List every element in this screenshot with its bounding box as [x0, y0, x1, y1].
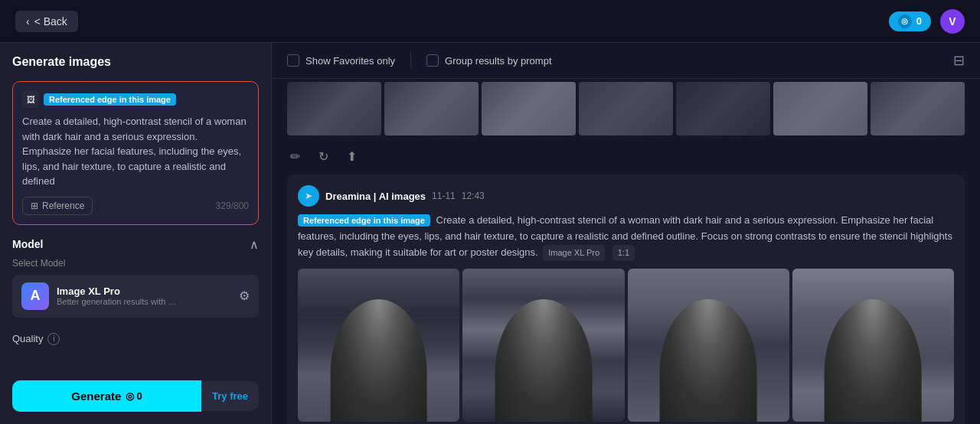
action-icons-row: ✏ ↻ ⬆	[287, 142, 965, 174]
archive-icon[interactable]: ⊟	[953, 53, 965, 68]
chevron-up-icon: ∧	[250, 237, 259, 252]
group-results-label: Group results by prompt	[445, 55, 551, 67]
generate-button[interactable]: Generate ◎ 0	[12, 380, 201, 412]
result-image-4[interactable]	[792, 269, 954, 422]
reference-icon: ⊞	[31, 201, 38, 211]
model-text: Image XL Pro Better generation results w…	[57, 285, 179, 306]
back-button[interactable]: ‹ < Back	[15, 11, 78, 32]
generate-credit: ◎ 0	[126, 390, 142, 402]
result-date: 11-11	[432, 191, 456, 201]
prompt-header: 🖼 Referenced edge in this image	[22, 91, 249, 108]
group-checkbox-icon	[426, 54, 439, 67]
result-avatar-icon: ➤	[305, 191, 312, 201]
model-card[interactable]: A Image XL Pro Better generation results…	[12, 275, 259, 318]
back-icon: ‹	[26, 15, 30, 28]
generate-label: Generate	[71, 390, 121, 403]
thumbnail-7[interactable]	[871, 82, 965, 135]
back-label: < Back	[34, 15, 67, 28]
toolbar-right: ⊟	[953, 52, 965, 69]
result-prompt-tag: Referenced edge in this image	[298, 214, 430, 227]
avatar-letter: V	[949, 15, 956, 28]
credit-badge: ◎ 0	[889, 11, 931, 31]
reference-button[interactable]: ⊞ Reference	[22, 197, 93, 215]
result-ratio-badge: 1:1	[612, 245, 635, 262]
avatar[interactable]: V	[940, 9, 965, 34]
select-model-label: Select Model	[12, 258, 259, 269]
thumbnail-1[interactable]	[287, 82, 381, 135]
reference-label: Reference	[42, 201, 84, 211]
prompt-box: 🖼 Referenced edge in this image Create a…	[12, 81, 259, 225]
edit-icon-button[interactable]: ✏	[287, 146, 303, 167]
info-icon: i	[47, 333, 60, 345]
model-section-title: Model	[12, 238, 43, 250]
result-image-3[interactable]	[628, 269, 789, 422]
generate-credit-count: 0	[136, 390, 142, 402]
prompt-text[interactable]: Create a detailed, high-contrast stencil…	[22, 114, 249, 189]
show-favorites-checkbox[interactable]: Show Favorites only	[287, 54, 395, 67]
result-model-badge: Image XL Pro	[543, 245, 605, 262]
try-free-button[interactable]: Try free	[201, 381, 259, 411]
model-section-header: Model ∧	[12, 237, 259, 252]
model-section: Model ∧ Select Model A Image XL Pro Bett…	[12, 237, 259, 318]
result-header: ➤ Dreamina | AI images 11-11 12:43	[298, 185, 954, 207]
scroll-area: ✏ ↻ ⬆ ➤ Dreamina | AI images 11-11 12:43…	[272, 79, 980, 424]
tune-icon: ⚙	[239, 289, 250, 303]
sidebar-title: Generate images	[12, 55, 259, 69]
thumbnail-3[interactable]	[482, 82, 576, 135]
thumbnail-2[interactable]	[384, 82, 479, 135]
result-section: ➤ Dreamina | AI images 11-11 12:43 Refer…	[287, 174, 965, 424]
checkbox-icon	[287, 54, 299, 67]
thumbnail-row	[287, 82, 965, 135]
thumbnail-4[interactable]	[579, 82, 673, 135]
content-area: Show Favorites only Group results by pro…	[272, 43, 980, 424]
char-count: 329/800	[216, 201, 249, 211]
sidebar: Generate images 🖼 Referenced edge in thi…	[0, 43, 272, 424]
credit-count: 0	[916, 15, 922, 27]
prompt-tag: Referenced edge in this image	[44, 93, 176, 106]
thumbnail-6[interactable]	[773, 82, 867, 135]
app-header: ‹ < Back ◎ 0 V	[0, 0, 980, 43]
prompt-footer: ⊞ Reference 329/800	[22, 197, 249, 215]
refresh-icon-button[interactable]: ↻	[315, 146, 332, 167]
result-image-1[interactable]	[298, 269, 459, 422]
content-toolbar: Show Favorites only Group results by pro…	[272, 43, 980, 79]
result-name: Dreamina | AI images	[325, 191, 426, 202]
group-results-checkbox[interactable]: Group results by prompt	[426, 54, 551, 67]
model-desc: Better generation results with profe...	[57, 297, 179, 306]
quality-section: Quality i	[12, 333, 259, 345]
result-avatar: ➤	[298, 185, 319, 207]
result-prompt-line: Referenced edge in this image Create a d…	[298, 213, 954, 261]
header-right: ◎ 0 V	[889, 9, 965, 34]
result-time: 12:43	[462, 191, 485, 201]
model-info: A Image XL Pro Better generation results…	[21, 282, 179, 310]
upload-icon-button[interactable]: ⬆	[344, 146, 360, 167]
model-logo: A	[21, 282, 49, 310]
prompt-reference-icon: 🖼	[22, 91, 39, 108]
quality-label: Quality	[12, 333, 43, 344]
toolbar-divider	[410, 53, 411, 68]
try-free-label: Try free	[212, 390, 248, 402]
thumbnail-5[interactable]	[676, 82, 770, 135]
image-grid	[298, 269, 954, 422]
credit-icon: ◎	[898, 15, 912, 28]
model-name: Image XL Pro	[57, 285, 179, 297]
result-image-2[interactable]	[462, 269, 624, 422]
main-layout: Generate images 🖼 Referenced edge in thi…	[0, 43, 980, 424]
generate-row: Generate ◎ 0 Try free	[12, 380, 259, 412]
show-favorites-label: Show Favorites only	[305, 55, 395, 67]
credit-icon-btn: ◎	[126, 390, 134, 402]
